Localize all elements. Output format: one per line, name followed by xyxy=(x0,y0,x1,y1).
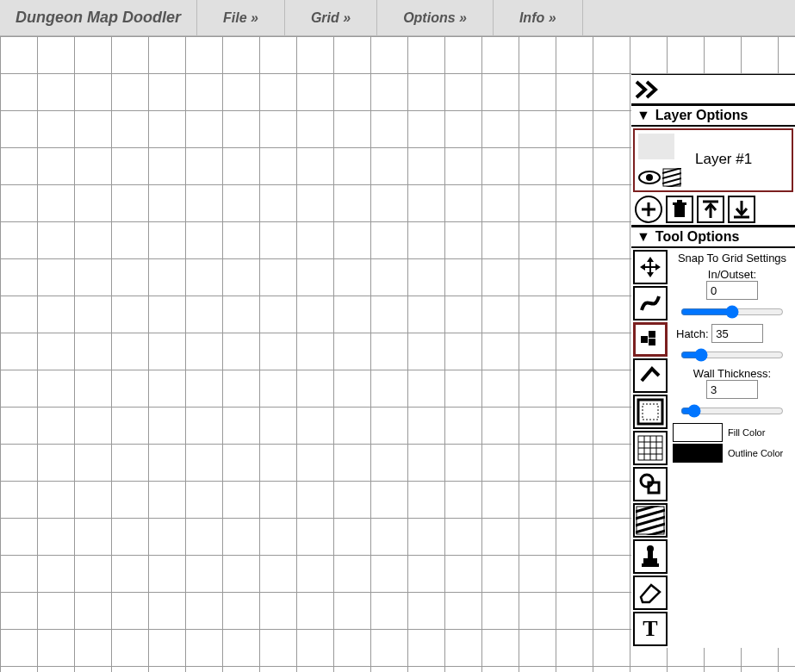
tool-move[interactable] xyxy=(633,250,668,284)
svg-rect-36 xyxy=(642,563,659,567)
tiles-icon xyxy=(638,327,662,352)
menu-grid[interactable]: Grid » xyxy=(285,0,377,35)
snap-settings-label: Snap To Grid Settings xyxy=(673,252,792,264)
svg-rect-37 xyxy=(643,558,657,563)
svg-rect-10 xyxy=(673,202,686,205)
menu-options[interactable]: Options » xyxy=(377,0,494,35)
tool-tiles[interactable] xyxy=(633,322,668,357)
tool-text[interactable]: T xyxy=(633,612,668,646)
svg-rect-9 xyxy=(674,205,685,217)
svg-rect-16 xyxy=(641,336,648,343)
wall-thickness-slider[interactable] xyxy=(680,404,784,418)
arrow-down-bar-icon xyxy=(731,199,752,220)
layer-controls xyxy=(631,194,795,226)
rect-pattern-icon xyxy=(637,398,664,426)
svg-text:T: T xyxy=(643,617,657,641)
svg-rect-17 xyxy=(649,331,655,338)
menu-bar: Dungeon Map Doodler File » Grid » Option… xyxy=(0,0,795,36)
svg-rect-11 xyxy=(677,200,682,202)
trash-icon xyxy=(671,200,688,219)
curve-icon xyxy=(638,291,662,315)
shapes-icon xyxy=(638,472,662,496)
stamp-icon xyxy=(638,544,662,569)
fill-color-label: Fill Color xyxy=(728,427,765,438)
tool-path[interactable] xyxy=(633,286,668,320)
outline-color-swatch[interactable] xyxy=(673,444,723,463)
menu-info[interactable]: Info » xyxy=(494,0,583,35)
svg-rect-18 xyxy=(649,339,655,345)
svg-point-28 xyxy=(641,475,653,487)
tool-options-header[interactable]: ▼ Tool Options xyxy=(631,226,795,248)
tool-settings: Snap To Grid Settings In/Outset: Hatch: … xyxy=(669,248,795,648)
hatch-texture-icon[interactable] xyxy=(662,168,681,187)
tool-eraser[interactable] xyxy=(633,576,668,610)
hatch-fill-icon xyxy=(636,506,665,535)
fill-color-swatch[interactable] xyxy=(673,423,723,442)
move-icon xyxy=(638,255,662,279)
tool-options-label: Tool Options xyxy=(655,229,739,245)
move-layer-up-button[interactable] xyxy=(697,196,724,223)
double-chevron-icon xyxy=(635,80,662,99)
wall-thickness-label: Wall Thickness: xyxy=(673,367,792,380)
app-title: Dungeon Map Doodler xyxy=(0,0,197,35)
outline-color-label: Outline Color xyxy=(728,448,783,458)
hatch-label: Hatch: xyxy=(676,327,709,340)
grid-icon xyxy=(637,435,663,461)
tool-rect-pattern[interactable] xyxy=(633,395,668,429)
add-layer-button[interactable] xyxy=(635,196,662,223)
layer-thumbnail xyxy=(638,134,674,159)
layer-options-label: Layer Options xyxy=(655,108,748,123)
tool-angle[interactable] xyxy=(633,358,668,393)
inout-input[interactable] xyxy=(706,281,758,300)
svg-point-39 xyxy=(647,545,654,552)
layer-item[interactable]: Layer #1 xyxy=(633,128,793,192)
tool-shapes[interactable] xyxy=(633,467,668,501)
menu-file[interactable]: File » xyxy=(197,0,285,35)
eraser-icon xyxy=(637,582,663,604)
disclosure-triangle-icon: ▼ xyxy=(637,229,650,245)
text-icon: T xyxy=(638,617,662,641)
hatch-slider[interactable] xyxy=(680,348,784,362)
svg-point-1 xyxy=(646,174,653,181)
inout-slider[interactable] xyxy=(680,305,784,319)
arrow-up-bar-icon xyxy=(700,199,721,220)
angle-icon xyxy=(638,364,662,388)
tool-strip: T xyxy=(631,248,669,648)
hatch-input[interactable] xyxy=(711,324,763,343)
plus-icon xyxy=(638,199,659,220)
inout-label: In/Outset: xyxy=(673,268,792,281)
wall-thickness-input[interactable] xyxy=(706,380,758,399)
panel-collapse-button[interactable] xyxy=(631,74,795,104)
tool-stamp[interactable] xyxy=(633,539,668,574)
delete-layer-button[interactable] xyxy=(666,196,693,223)
tool-grid[interactable] xyxy=(633,431,668,465)
svg-rect-19 xyxy=(638,400,662,424)
move-layer-down-button[interactable] xyxy=(728,196,755,223)
layer-options-header[interactable]: ▼ Layer Options xyxy=(631,104,795,127)
tool-hatch-fill[interactable] xyxy=(633,503,668,538)
svg-rect-20 xyxy=(643,404,658,420)
disclosure-triangle-icon: ▼ xyxy=(637,108,650,123)
side-panel: ▼ Layer Options Layer #1 xyxy=(631,74,795,648)
layer-name-label: Layer #1 xyxy=(695,151,752,168)
svg-rect-29 xyxy=(649,482,659,493)
visibility-eye-icon[interactable] xyxy=(638,170,661,185)
